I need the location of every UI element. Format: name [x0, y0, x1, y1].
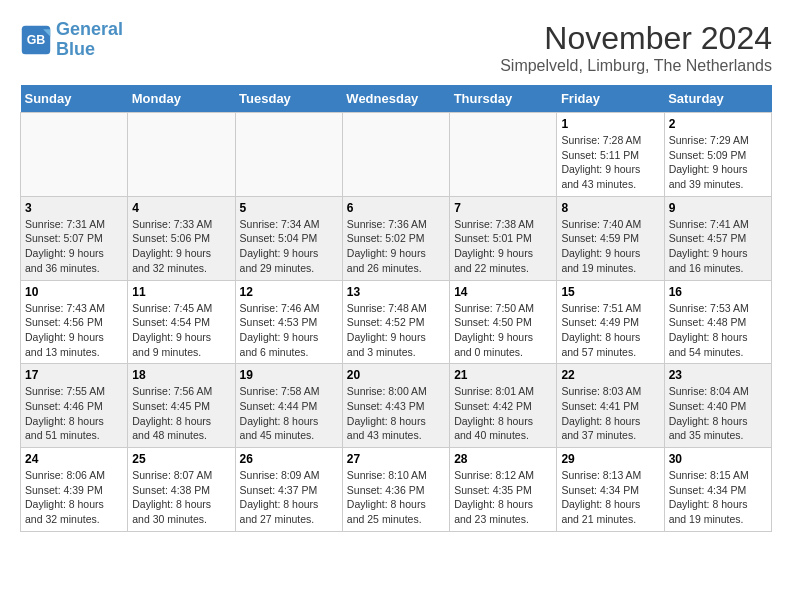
calendar-cell: 3Sunrise: 7:31 AM Sunset: 5:07 PM Daylig…: [21, 196, 128, 280]
day-info: Sunrise: 7:41 AM Sunset: 4:57 PM Dayligh…: [669, 217, 767, 276]
calendar-cell: [21, 113, 128, 197]
day-number: 23: [669, 368, 767, 382]
day-info: Sunrise: 7:55 AM Sunset: 4:46 PM Dayligh…: [25, 384, 123, 443]
day-info: Sunrise: 8:13 AM Sunset: 4:34 PM Dayligh…: [561, 468, 659, 527]
weekday-header-friday: Friday: [557, 85, 664, 113]
day-number: 5: [240, 201, 338, 215]
day-number: 30: [669, 452, 767, 466]
calendar-week-row: 3Sunrise: 7:31 AM Sunset: 5:07 PM Daylig…: [21, 196, 772, 280]
day-info: Sunrise: 8:09 AM Sunset: 4:37 PM Dayligh…: [240, 468, 338, 527]
calendar-cell: 2Sunrise: 7:29 AM Sunset: 5:09 PM Daylig…: [664, 113, 771, 197]
calendar-week-row: 1Sunrise: 7:28 AM Sunset: 5:11 PM Daylig…: [21, 113, 772, 197]
day-info: Sunrise: 7:28 AM Sunset: 5:11 PM Dayligh…: [561, 133, 659, 192]
day-number: 3: [25, 201, 123, 215]
day-info: Sunrise: 8:00 AM Sunset: 4:43 PM Dayligh…: [347, 384, 445, 443]
day-number: 11: [132, 285, 230, 299]
day-info: Sunrise: 8:06 AM Sunset: 4:39 PM Dayligh…: [25, 468, 123, 527]
day-info: Sunrise: 8:07 AM Sunset: 4:38 PM Dayligh…: [132, 468, 230, 527]
calendar-cell: 5Sunrise: 7:34 AM Sunset: 5:04 PM Daylig…: [235, 196, 342, 280]
day-number: 8: [561, 201, 659, 215]
day-number: 29: [561, 452, 659, 466]
calendar-cell: 27Sunrise: 8:10 AM Sunset: 4:36 PM Dayli…: [342, 448, 449, 532]
calendar-cell: [342, 113, 449, 197]
day-info: Sunrise: 7:58 AM Sunset: 4:44 PM Dayligh…: [240, 384, 338, 443]
calendar-cell: [128, 113, 235, 197]
svg-text:GB: GB: [27, 32, 46, 46]
page-header: GB General Blue November 2024 Simpelveld…: [20, 20, 772, 75]
calendar-cell: 9Sunrise: 7:41 AM Sunset: 4:57 PM Daylig…: [664, 196, 771, 280]
weekday-header-wednesday: Wednesday: [342, 85, 449, 113]
day-info: Sunrise: 7:48 AM Sunset: 4:52 PM Dayligh…: [347, 301, 445, 360]
weekday-header-sunday: Sunday: [21, 85, 128, 113]
title-area: November 2024 Simpelveld, Limburg, The N…: [500, 20, 772, 75]
day-info: Sunrise: 7:45 AM Sunset: 4:54 PM Dayligh…: [132, 301, 230, 360]
day-info: Sunrise: 8:04 AM Sunset: 4:40 PM Dayligh…: [669, 384, 767, 443]
day-number: 25: [132, 452, 230, 466]
day-number: 24: [25, 452, 123, 466]
location-subtitle: Simpelveld, Limburg, The Netherlands: [500, 57, 772, 75]
day-info: Sunrise: 7:31 AM Sunset: 5:07 PM Dayligh…: [25, 217, 123, 276]
day-info: Sunrise: 8:10 AM Sunset: 4:36 PM Dayligh…: [347, 468, 445, 527]
day-number: 7: [454, 201, 552, 215]
logo-icon: GB: [20, 24, 52, 56]
day-info: Sunrise: 8:12 AM Sunset: 4:35 PM Dayligh…: [454, 468, 552, 527]
weekday-header-saturday: Saturday: [664, 85, 771, 113]
weekday-header-row: SundayMondayTuesdayWednesdayThursdayFrid…: [21, 85, 772, 113]
calendar-cell: 14Sunrise: 7:50 AM Sunset: 4:50 PM Dayli…: [450, 280, 557, 364]
logo-text: General Blue: [56, 20, 123, 60]
calendar-cell: 16Sunrise: 7:53 AM Sunset: 4:48 PM Dayli…: [664, 280, 771, 364]
calendar-cell: 11Sunrise: 7:45 AM Sunset: 4:54 PM Dayli…: [128, 280, 235, 364]
calendar-cell: 13Sunrise: 7:48 AM Sunset: 4:52 PM Dayli…: [342, 280, 449, 364]
calendar-cell: 8Sunrise: 7:40 AM Sunset: 4:59 PM Daylig…: [557, 196, 664, 280]
day-number: 19: [240, 368, 338, 382]
day-number: 10: [25, 285, 123, 299]
day-info: Sunrise: 7:46 AM Sunset: 4:53 PM Dayligh…: [240, 301, 338, 360]
day-number: 18: [132, 368, 230, 382]
calendar-cell: 18Sunrise: 7:56 AM Sunset: 4:45 PM Dayli…: [128, 364, 235, 448]
calendar-week-row: 17Sunrise: 7:55 AM Sunset: 4:46 PM Dayli…: [21, 364, 772, 448]
day-number: 28: [454, 452, 552, 466]
day-number: 27: [347, 452, 445, 466]
calendar-cell: 29Sunrise: 8:13 AM Sunset: 4:34 PM Dayli…: [557, 448, 664, 532]
day-number: 1: [561, 117, 659, 131]
day-info: Sunrise: 7:53 AM Sunset: 4:48 PM Dayligh…: [669, 301, 767, 360]
calendar-cell: 17Sunrise: 7:55 AM Sunset: 4:46 PM Dayli…: [21, 364, 128, 448]
calendar-cell: 12Sunrise: 7:46 AM Sunset: 4:53 PM Dayli…: [235, 280, 342, 364]
calendar-cell: 1Sunrise: 7:28 AM Sunset: 5:11 PM Daylig…: [557, 113, 664, 197]
day-number: 15: [561, 285, 659, 299]
calendar-cell: [450, 113, 557, 197]
calendar-cell: 7Sunrise: 7:38 AM Sunset: 5:01 PM Daylig…: [450, 196, 557, 280]
day-number: 4: [132, 201, 230, 215]
calendar-cell: [235, 113, 342, 197]
day-info: Sunrise: 7:50 AM Sunset: 4:50 PM Dayligh…: [454, 301, 552, 360]
day-info: Sunrise: 8:01 AM Sunset: 4:42 PM Dayligh…: [454, 384, 552, 443]
day-number: 14: [454, 285, 552, 299]
day-number: 21: [454, 368, 552, 382]
day-info: Sunrise: 8:15 AM Sunset: 4:34 PM Dayligh…: [669, 468, 767, 527]
calendar-cell: 15Sunrise: 7:51 AM Sunset: 4:49 PM Dayli…: [557, 280, 664, 364]
logo: GB General Blue: [20, 20, 123, 60]
calendar-cell: 21Sunrise: 8:01 AM Sunset: 4:42 PM Dayli…: [450, 364, 557, 448]
day-number: 17: [25, 368, 123, 382]
day-number: 20: [347, 368, 445, 382]
day-number: 6: [347, 201, 445, 215]
day-number: 16: [669, 285, 767, 299]
calendar-cell: 4Sunrise: 7:33 AM Sunset: 5:06 PM Daylig…: [128, 196, 235, 280]
calendar-week-row: 24Sunrise: 8:06 AM Sunset: 4:39 PM Dayli…: [21, 448, 772, 532]
day-info: Sunrise: 7:29 AM Sunset: 5:09 PM Dayligh…: [669, 133, 767, 192]
day-number: 13: [347, 285, 445, 299]
day-number: 12: [240, 285, 338, 299]
calendar-cell: 19Sunrise: 7:58 AM Sunset: 4:44 PM Dayli…: [235, 364, 342, 448]
calendar-cell: 26Sunrise: 8:09 AM Sunset: 4:37 PM Dayli…: [235, 448, 342, 532]
weekday-header-tuesday: Tuesday: [235, 85, 342, 113]
day-info: Sunrise: 7:34 AM Sunset: 5:04 PM Dayligh…: [240, 217, 338, 276]
day-info: Sunrise: 7:43 AM Sunset: 4:56 PM Dayligh…: [25, 301, 123, 360]
calendar-cell: 10Sunrise: 7:43 AM Sunset: 4:56 PM Dayli…: [21, 280, 128, 364]
calendar-cell: 20Sunrise: 8:00 AM Sunset: 4:43 PM Dayli…: [342, 364, 449, 448]
calendar-cell: 30Sunrise: 8:15 AM Sunset: 4:34 PM Dayli…: [664, 448, 771, 532]
calendar-table: SundayMondayTuesdayWednesdayThursdayFrid…: [20, 85, 772, 532]
calendar-cell: 24Sunrise: 8:06 AM Sunset: 4:39 PM Dayli…: [21, 448, 128, 532]
calendar-cell: 25Sunrise: 8:07 AM Sunset: 4:38 PM Dayli…: [128, 448, 235, 532]
weekday-header-monday: Monday: [128, 85, 235, 113]
calendar-cell: 23Sunrise: 8:04 AM Sunset: 4:40 PM Dayli…: [664, 364, 771, 448]
